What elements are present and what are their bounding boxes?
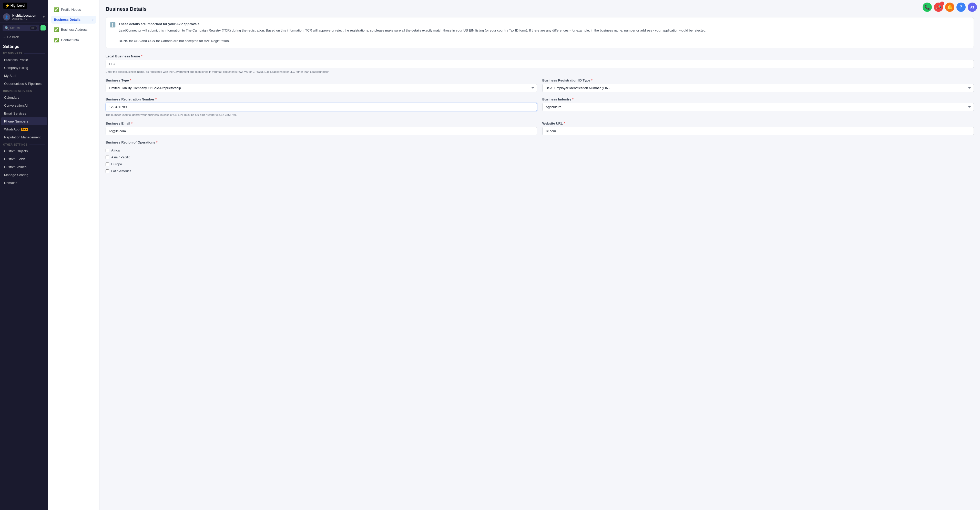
sidebar-item-reputation-management[interactable]: Reputation Management	[1, 133, 47, 141]
sidebar-item-label: WhatsApp	[4, 127, 19, 131]
sidebar-item-label: Custom Fields	[4, 157, 25, 161]
business-region-section: Business Region of Operations * Africa A…	[106, 140, 974, 175]
legal-business-name-label: Legal Business Name *	[106, 54, 974, 58]
region-europe-label: Europe	[111, 162, 122, 166]
business-reg-number-input[interactable]	[106, 103, 537, 111]
sidebar-item-label: Email Services	[4, 111, 26, 115]
sidebar-item-custom-objects[interactable]: Custom Objects	[1, 147, 47, 155]
step-panel: ✅ Profile Needs Business Details › ✅ Bus…	[48, 0, 99, 510]
business-industry-group: Business Industry * Agriculture Technolo…	[542, 97, 974, 116]
logo: ⚡ HighLevel	[3, 3, 27, 9]
business-email-label: Business Email *	[106, 121, 537, 126]
info-note: DUNS for USA and CCN for Canada are not …	[119, 39, 230, 43]
sidebar-item-conversation-ai[interactable]: Conversation AI	[1, 102, 47, 110]
sidebar-item-calendars[interactable]: Calendars	[1, 94, 47, 102]
required-star: *	[141, 54, 142, 58]
sidebar-item-label: Domains	[4, 181, 17, 185]
form-row-email-url: Business Email * Website URL *	[106, 121, 974, 135]
step-label: Profile Needs	[61, 8, 81, 11]
main-area: 📞 📣 1 🔔 ? AT ✅ Profile Needs Business De…	[48, 0, 980, 510]
sidebar-item-label: Company Billing	[4, 66, 28, 70]
page-title: Business Details	[106, 6, 974, 12]
business-email-group: Business Email *	[106, 121, 537, 135]
add-button[interactable]: +	[40, 25, 46, 30]
chevron-down-icon: ▼	[43, 16, 45, 19]
sidebar-item-domains[interactable]: Domains	[1, 179, 47, 187]
website-url-group: Website URL *	[542, 121, 974, 135]
business-reg-id-type-group: Business Registration ID Type * USA: Emp…	[542, 78, 974, 92]
business-email-input[interactable]	[106, 127, 537, 135]
logo-icon: ⚡	[5, 3, 10, 8]
business-industry-select[interactable]: Agriculture Technology Healthcare Financ…	[542, 103, 974, 111]
step-label: Business Details	[54, 17, 81, 22]
sidebar-item-label: Conversation AI	[4, 103, 28, 107]
search-shortcut: ⌘K	[30, 26, 37, 30]
legal-business-name-input[interactable]	[106, 60, 974, 68]
check-icon: ✅	[54, 27, 59, 32]
region-latin-america[interactable]: Latin America	[106, 168, 974, 175]
region-latin-america-label: Latin America	[111, 169, 132, 173]
sidebar-item-email-services[interactable]: Email Services	[1, 110, 47, 118]
business-type-group: Business Type * Limited Liability Compan…	[106, 78, 537, 92]
sidebar-item-my-staff[interactable]: My Staff	[1, 72, 47, 80]
step-business-address[interactable]: ✅ Business Address	[51, 25, 96, 34]
section-other-settings: OTHER SETTINGS	[0, 141, 48, 147]
region-africa-label: Africa	[111, 148, 120, 152]
step-contact-info[interactable]: ✅ Contact Info	[51, 36, 96, 44]
sidebar-item-whatsapp[interactable]: WhatsApp beta	[1, 126, 47, 133]
sidebar-item-company-billing[interactable]: Company Billing	[1, 64, 47, 72]
region-africa[interactable]: Africa	[106, 147, 974, 154]
business-type-select[interactable]: Limited Liability Company Or Sole-Propri…	[106, 84, 537, 92]
info-icon: ℹ️	[110, 22, 116, 44]
search-input[interactable]	[10, 26, 29, 30]
search-input-wrap: 🔍 ⌘K	[3, 25, 39, 31]
sidebar-item-opportunities-pipelines[interactable]: Opportunities & Pipelines	[1, 80, 47, 87]
business-reg-id-type-select[interactable]: USA: Employer Identification Number (EIN…	[542, 84, 974, 92]
sidebar-item-manage-scoring[interactable]: Manage Scoring	[1, 171, 47, 179]
location-selector[interactable]: 👤 Nishita Location Alabama, AL ▼	[0, 11, 48, 23]
form-row-type: Business Type * Limited Liability Compan…	[106, 78, 974, 92]
form-row-reg: Business Registration Number * The numbe…	[106, 97, 974, 116]
logo-area: ⚡ HighLevel	[0, 0, 48, 11]
business-reg-number-label: Business Registration Number *	[106, 97, 537, 101]
sidebar-item-custom-fields[interactable]: Custom Fields	[1, 155, 47, 163]
check-icon: ✅	[54, 38, 59, 43]
sidebar: ⚡ HighLevel 👤 Nishita Location Alabama, …	[0, 0, 48, 510]
region-europe[interactable]: Europe	[106, 161, 974, 168]
business-reg-id-type-label: Business Registration ID Type *	[542, 78, 974, 82]
sidebar-item-phone-numbers[interactable]: Phone Numbers	[1, 118, 47, 126]
region-europe-checkbox[interactable]	[106, 162, 109, 166]
sidebar-item-custom-values[interactable]: Custom Values	[1, 163, 47, 171]
sidebar-item-label: Manage Scoring	[4, 173, 29, 177]
region-asia-pacific-checkbox[interactable]	[106, 156, 109, 159]
sidebar-item-label: Business Profile	[4, 58, 28, 62]
step-label: Business Address	[61, 28, 88, 32]
legal-business-name-hint: Enter the exact business name, as regist…	[106, 70, 974, 73]
search-bar: 🔍 ⌘K +	[0, 23, 48, 33]
section-business-services: BUSINESS SERVICES	[0, 87, 48, 94]
info-content: These details are important for your A2P…	[119, 22, 706, 44]
step-profile-needs[interactable]: ✅ Profile Needs	[51, 5, 96, 14]
region-latin-america-checkbox[interactable]	[106, 169, 109, 173]
sidebar-item-business-profile[interactable]: Business Profile	[1, 56, 47, 64]
location-sub: Alabama, AL	[12, 17, 40, 20]
region-asia-pacific-label: Asia / Pacific	[111, 155, 130, 159]
content-area: Business Details ℹ️ These details are im…	[99, 0, 980, 510]
info-box: ℹ️ These details are important for your …	[106, 17, 974, 48]
region-asia-pacific[interactable]: Asia / Pacific	[106, 154, 974, 161]
info-body: LeadConnector will submit this informati…	[119, 29, 706, 32]
info-title: These details are important for your A2P…	[119, 22, 706, 27]
region-africa-checkbox[interactable]	[106, 149, 109, 152]
go-back-button[interactable]: ← Go Back	[0, 33, 48, 41]
arrow-right-icon: ›	[92, 17, 94, 22]
sidebar-item-label: Custom Values	[4, 165, 26, 169]
sidebar-item-label: Custom Objects	[4, 149, 28, 153]
sidebar-item-label: Calendars	[4, 95, 19, 99]
legal-business-name-group: Legal Business Name * Enter the exact bu…	[106, 54, 974, 73]
go-back-label: ← Go Back	[3, 35, 19, 39]
check-icon: ✅	[54, 7, 59, 12]
logo-text: HighLevel	[11, 4, 25, 8]
step-business-details[interactable]: Business Details ›	[51, 16, 96, 24]
website-url-input[interactable]	[542, 127, 974, 135]
sidebar-item-label: My Staff	[4, 74, 16, 78]
